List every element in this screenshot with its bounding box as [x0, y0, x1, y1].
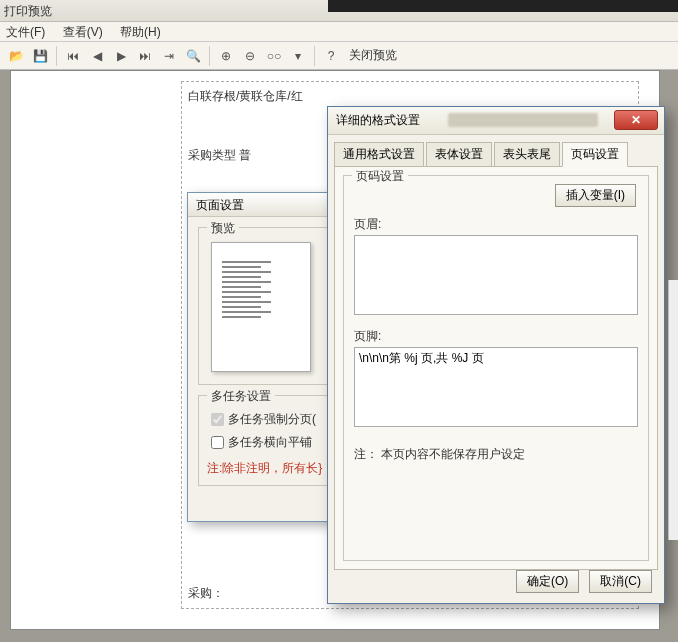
zoom-fit-icon[interactable]: ○○	[264, 46, 284, 66]
window-top-strip	[328, 0, 678, 12]
menu-bar: 文件(F) 查看(V) 帮助(H)	[0, 22, 678, 42]
tab-pagenum[interactable]: 页码设置	[562, 142, 628, 167]
header-label: 页眉:	[354, 216, 638, 233]
multitask-group-label: 多任务设置	[207, 388, 275, 405]
tab-panel: 页码设置 插入变量(I) 页眉: 页脚: 注： 本页内容不能保存用户设定	[334, 166, 658, 570]
separator	[314, 46, 315, 66]
close-preview-button[interactable]: 关闭预览	[349, 47, 397, 64]
zoom-out-icon[interactable]: ⊖	[240, 46, 260, 66]
toolbar: 📂 💾 ⏮ ◀ ▶ ⏭ ⇥ 🔍 ⊕ ⊖ ○○ ▾ ? 关闭预览	[0, 42, 678, 70]
chk-force-break-label: 多任务强制分页(	[228, 411, 316, 428]
separator	[209, 46, 210, 66]
prev-page-icon[interactable]: ◀	[87, 46, 107, 66]
chk-horizontal-tile-box[interactable]	[211, 436, 224, 449]
zoom-dropdown-icon[interactable]: ▾	[288, 46, 308, 66]
detail-title: 详细的格式设置	[336, 112, 420, 129]
detail-note: 注： 本页内容不能保存用户设定	[354, 446, 638, 463]
last-page-icon[interactable]: ⏭	[135, 46, 155, 66]
pagenum-group: 页码设置 插入变量(I) 页眉: 页脚: 注： 本页内容不能保存用户设定	[343, 175, 649, 561]
header-textarea[interactable]	[354, 235, 638, 315]
insert-variable-button[interactable]: 插入变量(I)	[555, 184, 636, 207]
save-icon[interactable]: 💾	[30, 46, 50, 66]
preview-group-label: 预览	[207, 220, 239, 237]
doc-footer-text: 采购：	[188, 585, 224, 602]
chk-horizontal-tile-label: 多任务横向平铺	[228, 434, 312, 451]
detail-tabs: 通用格式设置 表体设置 表头表尾 页码设置	[328, 135, 664, 166]
help-icon[interactable]: ?	[321, 46, 341, 66]
menu-help[interactable]: 帮助(H)	[120, 25, 161, 39]
footer-textarea[interactable]	[354, 347, 638, 427]
footer-label: 页脚:	[354, 328, 638, 345]
open-icon[interactable]: 📂	[6, 46, 26, 66]
detail-title-extra	[448, 113, 598, 127]
zoom-in-icon[interactable]: ⊕	[216, 46, 236, 66]
goto-page-icon[interactable]: ⇥	[159, 46, 179, 66]
menu-file[interactable]: 文件(F)	[6, 25, 45, 39]
next-page-icon[interactable]: ▶	[111, 46, 131, 66]
close-icon[interactable]: ✕	[614, 110, 658, 130]
menu-view[interactable]: 查看(V)	[63, 25, 103, 39]
right-edge-slice	[668, 280, 678, 540]
cancel-button[interactable]: 取消(C)	[589, 570, 652, 593]
tab-headfoot[interactable]: 表头表尾	[494, 142, 560, 167]
separator	[56, 46, 57, 66]
tab-body[interactable]: 表体设置	[426, 142, 492, 167]
dialog-buttons: 确定(O) 取消(C)	[516, 570, 652, 593]
find-icon[interactable]: 🔍	[183, 46, 203, 66]
ok-button[interactable]: 确定(O)	[516, 570, 579, 593]
detail-titlebar: 详细的格式设置 ✕	[328, 107, 664, 135]
detail-format-dialog: 详细的格式设置 ✕ 通用格式设置 表体设置 表头表尾 页码设置 页码设置 插入变…	[327, 106, 665, 604]
page-thumbnail	[211, 242, 311, 372]
chk-force-break-box[interactable]	[211, 413, 224, 426]
pagenum-group-label: 页码设置	[352, 168, 408, 185]
first-page-icon[interactable]: ⏮	[63, 46, 83, 66]
doc-header-text: 白联存根/黄联仓库/红	[182, 82, 638, 107]
tab-general[interactable]: 通用格式设置	[334, 142, 424, 167]
